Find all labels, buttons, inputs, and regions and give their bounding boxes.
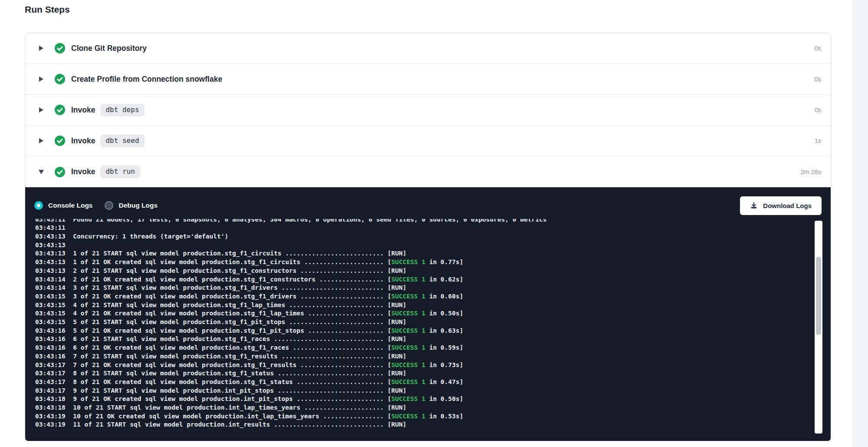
console-scrollbar-thumb[interactable] [816, 257, 821, 335]
console-panel: Console Logs Debug Logs Download Logs 03… [25, 187, 831, 441]
chevron-right-icon[interactable] [39, 138, 43, 143]
step-duration: 1s [815, 137, 821, 144]
step-label: Invoke [71, 136, 95, 146]
success-check-icon [55, 43, 65, 53]
step-row-invoke-dbt-run[interactable]: Invoke dbt run 2m 26s [25, 156, 831, 187]
download-logs-button[interactable]: Download Logs [740, 196, 822, 215]
log-line: 03:43:15 4 of 21 START sql view model pr… [35, 301, 831, 310]
radio-selected-icon[interactable] [34, 201, 43, 210]
log-line: 03:43:16 7 of 21 START sql view model pr… [35, 352, 831, 361]
command-badge: dbt seed [100, 135, 144, 147]
console-scrollbar-track[interactable] [815, 221, 822, 434]
step-row-invoke-dbt-seed[interactable]: Invoke dbt seed 1s [25, 126, 831, 156]
log-line: 03:43:14 2 of 21 OK created sql view mod… [35, 275, 831, 284]
log-line: 03:43:15 4 of 21 OK created sql view mod… [35, 309, 831, 318]
log-line: 03:43:15 5 of 21 START sql view model pr… [35, 318, 831, 327]
log-line: 03:43:19 11 of 21 START sql view model p… [35, 421, 831, 429]
log-line: 03:43:17 8 of 21 OK created sql view mod… [35, 378, 831, 387]
step-label: Create Profile from Connection snowflake [71, 75, 222, 84]
log-line: 03:43:13 Concurrency: 1 threads (target=… [35, 232, 831, 241]
console-header: Console Logs Debug Logs Download Logs [25, 187, 831, 218]
step-row-invoke-dbt-deps[interactable]: Invoke dbt deps 0s [25, 95, 831, 126]
log-line: 03:43:13 [35, 241, 831, 250]
log-line: 03:43:16 5 of 21 OK created sql view mod… [35, 327, 831, 335]
log-line: 03:43:19 10 of 21 OK created sql view mo… [35, 412, 831, 421]
log-line: 03:43:17 7 of 21 OK created sql view mod… [35, 361, 831, 370]
success-check-icon [55, 167, 65, 177]
command-badge: dbt deps [100, 104, 144, 116]
log-line: 03:43:18 10 of 21 START sql view model p… [35, 404, 831, 412]
console-log-viewport[interactable]: 03:43:11 Found 21 models, 17 tests, 0 sn… [25, 219, 831, 441]
log-line: 03:43:17 9 of 21 START sql view model pr… [35, 387, 831, 395]
step-label: Invoke [71, 167, 95, 176]
log-line: 03:43:17 8 of 21 START sql view model pr… [35, 369, 831, 378]
step-label: Invoke [71, 106, 95, 115]
log-line: 03:43:16 6 of 21 START sql view model pr… [35, 335, 831, 344]
debug-logs-radio[interactable]: Debug Logs [105, 201, 158, 210]
radio-unselected-icon[interactable] [105, 201, 113, 210]
step-duration: 2m 26s [800, 169, 821, 175]
chevron-down-icon[interactable] [39, 170, 44, 174]
chevron-right-icon[interactable] [39, 76, 43, 82]
log-line: 03:43:13 2 of 21 START sql view model pr… [35, 267, 831, 275]
log-line: 03:43:14 3 of 21 START sql view model pr… [35, 284, 831, 292]
debug-logs-label: Debug Logs [118, 202, 158, 209]
step-duration: 0s [815, 45, 821, 52]
right-gutter [853, 0, 868, 447]
console-log-lines: 03:43:11 Found 21 models, 17 tests, 0 sn… [25, 219, 831, 429]
console-logs-radio[interactable]: Console Logs [34, 201, 92, 210]
step-duration: 0s [815, 76, 821, 83]
page-title: Run Steps [25, 4, 70, 15]
success-check-icon [55, 74, 65, 84]
step-duration: 0s [815, 106, 821, 113]
log-line: 03:43:13 1 of 21 OK created sql view mod… [35, 258, 831, 267]
log-line: 03:43:11 [35, 224, 831, 232]
success-check-icon [55, 136, 65, 146]
console-logs-label: Console Logs [48, 202, 92, 209]
log-line: 03:43:13 1 of 21 START sql view model pr… [35, 249, 831, 258]
log-line: 03:43:18 9 of 21 OK created sql view mod… [35, 395, 831, 404]
step-row-create-profile[interactable]: Create Profile from Connection snowflake… [25, 64, 831, 95]
log-line: 03:43:11 Found 21 models, 17 tests, 0 sn… [35, 219, 831, 224]
success-check-icon [55, 105, 65, 115]
step-label: Clone Git Repository [71, 44, 147, 53]
step-row-clone-git-repository[interactable]: Clone Git Repository 0s [25, 33, 831, 64]
download-icon [750, 202, 758, 209]
command-badge: dbt run [100, 166, 140, 178]
run-steps-card: Clone Git Repository 0s Create Profile f… [25, 33, 831, 441]
log-line: 03:43:15 3 of 21 OK created sql view mod… [35, 292, 831, 301]
log-line: 03:43:16 6 of 21 OK created sql view mod… [35, 344, 831, 352]
chevron-right-icon[interactable] [39, 107, 43, 113]
chevron-right-icon[interactable] [39, 46, 43, 51]
